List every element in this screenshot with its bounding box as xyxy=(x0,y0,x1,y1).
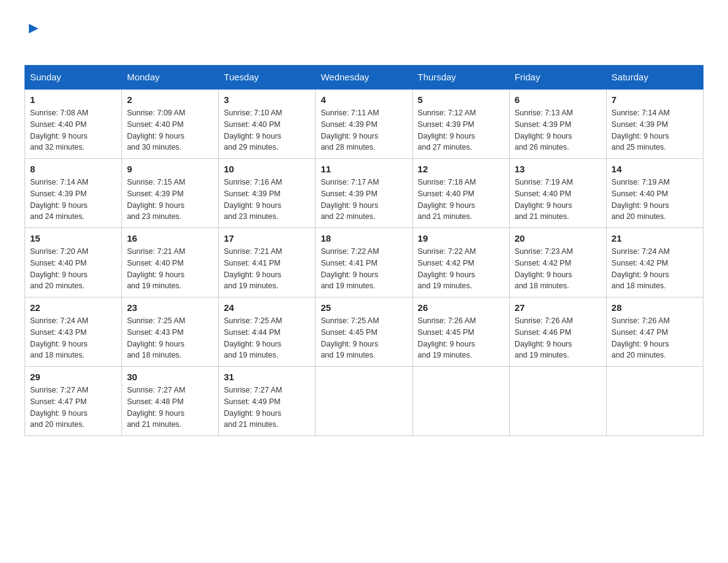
logo-icon: ► xyxy=(26,18,42,37)
day-cell: 15 Sunrise: 7:20 AMSunset: 4:40 PMDaylig… xyxy=(25,228,122,297)
day-info: Sunrise: 7:27 AMSunset: 4:49 PMDaylight:… xyxy=(224,385,310,431)
day-info: Sunrise: 7:14 AMSunset: 4:39 PMDaylight:… xyxy=(30,177,116,223)
day-number: 10 xyxy=(224,164,310,174)
day-cell: 27 Sunrise: 7:26 AMSunset: 4:46 PMDaylig… xyxy=(509,297,606,367)
day-info: Sunrise: 7:22 AMSunset: 4:42 PMDaylight:… xyxy=(418,246,504,292)
day-cell: 10 Sunrise: 7:16 AMSunset: 4:39 PMDaylig… xyxy=(219,159,316,228)
calendar-table: SundayMondayTuesdayWednesdayThursdayFrid… xyxy=(25,65,703,436)
day-info: Sunrise: 7:25 AMSunset: 4:43 PMDaylight:… xyxy=(127,315,213,361)
day-number: 25 xyxy=(320,302,407,313)
day-cell: 16 Sunrise: 7:21 AMSunset: 4:40 PMDaylig… xyxy=(122,228,219,297)
day-cell: 13 Sunrise: 7:19 AMSunset: 4:40 PMDaylig… xyxy=(509,159,606,228)
day-number: 5 xyxy=(418,94,504,105)
day-number: 21 xyxy=(612,233,698,243)
day-number: 6 xyxy=(515,94,601,105)
day-number: 29 xyxy=(30,372,116,382)
day-info: Sunrise: 7:14 AMSunset: 4:39 PMDaylight:… xyxy=(612,107,698,153)
day-info: Sunrise: 7:26 AMSunset: 4:47 PMDaylight:… xyxy=(612,315,698,361)
day-info: Sunrise: 7:22 AMSunset: 4:41 PMDaylight:… xyxy=(320,246,407,292)
day-cell: 8 Sunrise: 7:14 AMSunset: 4:39 PMDayligh… xyxy=(25,159,122,228)
day-number: 12 xyxy=(418,164,504,174)
day-number: 27 xyxy=(515,302,601,313)
day-cell: 6 Sunrise: 7:13 AMSunset: 4:39 PMDayligh… xyxy=(509,89,606,159)
day-cell: 21 Sunrise: 7:24 AMSunset: 4:42 PMDaylig… xyxy=(606,228,703,297)
day-number: 14 xyxy=(612,164,698,174)
day-info: Sunrise: 7:09 AMSunset: 4:40 PMDaylight:… xyxy=(127,107,213,153)
day-number: 28 xyxy=(612,302,698,313)
day-cell: 18 Sunrise: 7:22 AMSunset: 4:41 PMDaylig… xyxy=(316,228,412,297)
day-cell: 22 Sunrise: 7:24 AMSunset: 4:43 PMDaylig… xyxy=(25,297,122,367)
day-cell: 28 Sunrise: 7:26 AMSunset: 4:47 PMDaylig… xyxy=(606,297,703,367)
day-number: 11 xyxy=(320,164,407,174)
day-cell: 23 Sunrise: 7:25 AMSunset: 4:43 PMDaylig… xyxy=(122,297,219,367)
day-info: Sunrise: 7:21 AMSunset: 4:41 PMDaylight:… xyxy=(224,246,310,292)
page-header: ► xyxy=(25,18,703,53)
day-cell: 24 Sunrise: 7:25 AMSunset: 4:44 PMDaylig… xyxy=(219,297,316,367)
day-number: 18 xyxy=(320,233,407,243)
week-row-3: 15 Sunrise: 7:20 AMSunset: 4:40 PMDaylig… xyxy=(25,228,703,297)
col-header-monday: Monday xyxy=(122,66,219,90)
day-number: 23 xyxy=(127,302,213,313)
col-header-friday: Friday xyxy=(509,66,606,90)
day-cell xyxy=(412,367,509,436)
day-info: Sunrise: 7:27 AMSunset: 4:47 PMDaylight:… xyxy=(30,385,116,431)
day-number: 30 xyxy=(127,372,213,382)
col-header-tuesday: Tuesday xyxy=(219,66,316,90)
col-header-thursday: Thursday xyxy=(412,66,509,90)
week-row-5: 29 Sunrise: 7:27 AMSunset: 4:47 PMDaylig… xyxy=(25,367,703,436)
day-cell: 29 Sunrise: 7:27 AMSunset: 4:47 PMDaylig… xyxy=(25,367,122,436)
day-info: Sunrise: 7:12 AMSunset: 4:39 PMDaylight:… xyxy=(418,107,504,153)
col-header-sunday: Sunday xyxy=(25,66,122,90)
day-number: 24 xyxy=(224,302,310,313)
day-cell: 1 Sunrise: 7:08 AMSunset: 4:40 PMDayligh… xyxy=(25,89,122,159)
day-cell xyxy=(606,367,703,436)
day-cell: 17 Sunrise: 7:21 AMSunset: 4:41 PMDaylig… xyxy=(219,228,316,297)
day-number: 15 xyxy=(30,233,116,243)
day-cell: 30 Sunrise: 7:27 AMSunset: 4:48 PMDaylig… xyxy=(122,367,219,436)
week-row-1: 1 Sunrise: 7:08 AMSunset: 4:40 PMDayligh… xyxy=(25,89,703,159)
day-number: 3 xyxy=(224,94,310,105)
day-info: Sunrise: 7:13 AMSunset: 4:39 PMDaylight:… xyxy=(515,107,601,153)
day-number: 13 xyxy=(515,164,601,174)
day-info: Sunrise: 7:19 AMSunset: 4:40 PMDaylight:… xyxy=(515,177,601,223)
day-number: 4 xyxy=(320,94,407,105)
day-number: 2 xyxy=(127,94,213,105)
week-row-4: 22 Sunrise: 7:24 AMSunset: 4:43 PMDaylig… xyxy=(25,297,703,367)
day-info: Sunrise: 7:20 AMSunset: 4:40 PMDaylight:… xyxy=(30,246,116,292)
day-cell: 3 Sunrise: 7:10 AMSunset: 4:40 PMDayligh… xyxy=(219,89,316,159)
day-number: 19 xyxy=(418,233,504,243)
day-number: 31 xyxy=(224,372,310,382)
day-info: Sunrise: 7:17 AMSunset: 4:39 PMDaylight:… xyxy=(320,177,407,223)
day-info: Sunrise: 7:18 AMSunset: 4:40 PMDaylight:… xyxy=(418,177,504,223)
day-info: Sunrise: 7:15 AMSunset: 4:39 PMDaylight:… xyxy=(127,177,213,223)
week-row-2: 8 Sunrise: 7:14 AMSunset: 4:39 PMDayligh… xyxy=(25,159,703,228)
day-info: Sunrise: 7:26 AMSunset: 4:45 PMDaylight:… xyxy=(418,315,504,361)
day-number: 17 xyxy=(224,233,310,243)
day-info: Sunrise: 7:24 AMSunset: 4:42 PMDaylight:… xyxy=(612,246,698,292)
day-cell: 31 Sunrise: 7:27 AMSunset: 4:49 PMDaylig… xyxy=(219,367,316,436)
day-cell: 12 Sunrise: 7:18 AMSunset: 4:40 PMDaylig… xyxy=(412,159,509,228)
day-cell: 14 Sunrise: 7:19 AMSunset: 4:40 PMDaylig… xyxy=(606,159,703,228)
day-cell: 7 Sunrise: 7:14 AMSunset: 4:39 PMDayligh… xyxy=(606,89,703,159)
day-info: Sunrise: 7:16 AMSunset: 4:39 PMDaylight:… xyxy=(224,177,310,223)
day-info: Sunrise: 7:11 AMSunset: 4:39 PMDaylight:… xyxy=(320,107,407,153)
day-number: 20 xyxy=(515,233,601,243)
day-number: 9 xyxy=(127,164,213,174)
day-cell: 20 Sunrise: 7:23 AMSunset: 4:42 PMDaylig… xyxy=(509,228,606,297)
day-number: 16 xyxy=(127,233,213,243)
day-info: Sunrise: 7:21 AMSunset: 4:40 PMDaylight:… xyxy=(127,246,213,292)
day-cell: 2 Sunrise: 7:09 AMSunset: 4:40 PMDayligh… xyxy=(122,89,219,159)
day-info: Sunrise: 7:26 AMSunset: 4:46 PMDaylight:… xyxy=(515,315,601,361)
day-info: Sunrise: 7:23 AMSunset: 4:42 PMDaylight:… xyxy=(515,246,601,292)
logo: ► xyxy=(25,18,42,53)
day-cell: 25 Sunrise: 7:25 AMSunset: 4:45 PMDaylig… xyxy=(316,297,412,367)
col-header-wednesday: Wednesday xyxy=(316,66,412,90)
day-number: 7 xyxy=(612,94,698,105)
day-info: Sunrise: 7:27 AMSunset: 4:48 PMDaylight:… xyxy=(127,385,213,431)
day-info: Sunrise: 7:24 AMSunset: 4:43 PMDaylight:… xyxy=(30,315,116,361)
day-number: 1 xyxy=(30,94,116,105)
day-cell: 11 Sunrise: 7:17 AMSunset: 4:39 PMDaylig… xyxy=(316,159,412,228)
day-number: 26 xyxy=(418,302,504,313)
day-info: Sunrise: 7:19 AMSunset: 4:40 PMDaylight:… xyxy=(612,177,698,223)
day-cell: 26 Sunrise: 7:26 AMSunset: 4:45 PMDaylig… xyxy=(412,297,509,367)
